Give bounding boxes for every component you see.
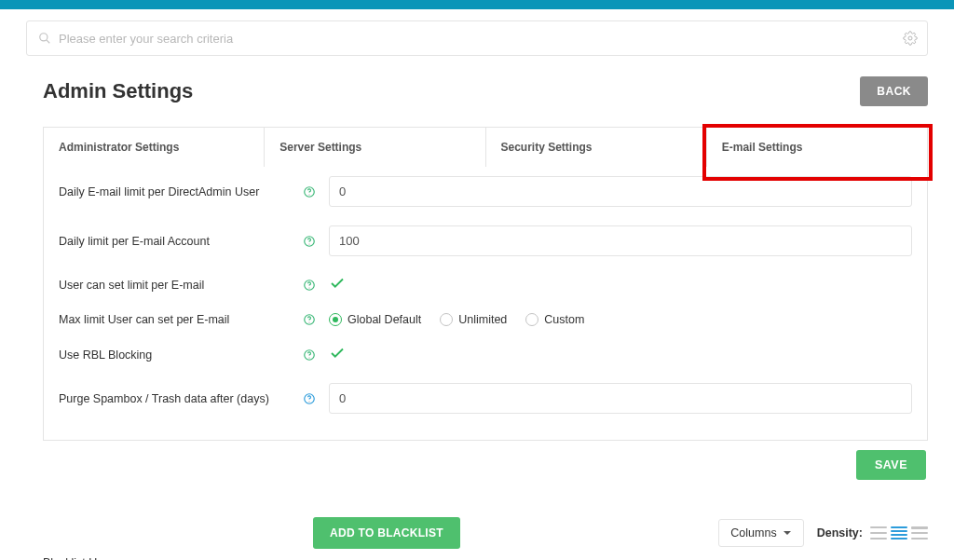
gear-icon	[903, 31, 918, 46]
svg-point-2	[908, 36, 912, 40]
row-purge: Purge Spambox / Trash data after (days)	[44, 374, 927, 423]
search-input[interactable]	[59, 32, 916, 46]
label-text: Daily E-mail limit per DirectAdmin User	[59, 185, 303, 198]
row-daily-limit-account: Daily limit per E-mail Account	[44, 216, 927, 266]
save-row: SAVE	[43, 450, 928, 480]
blacklist-toolbar: ADD TO BLACKLIST Columns Density:	[313, 517, 928, 549]
svg-point-6	[309, 243, 310, 244]
radio-unlimited[interactable]: Unlimited	[440, 313, 507, 326]
tab-label: Administrator Settings	[59, 141, 179, 154]
density-icons	[870, 526, 928, 540]
form-control: Global Default Unlimited Custom	[329, 313, 912, 326]
columns-label: Columns	[730, 526, 776, 540]
form-label: Max limit User can set per E-mail	[59, 313, 329, 326]
daily-limit-user-input[interactable]	[329, 176, 912, 207]
label-text: Use RBL Blocking	[59, 348, 303, 362]
tab-label: Server Settings	[279, 141, 361, 154]
density-cozy-icon[interactable]	[891, 526, 907, 540]
svg-point-4	[309, 194, 310, 195]
svg-point-10	[309, 321, 310, 322]
add-to-blacklist-button[interactable]: ADD TO BLACKLIST	[313, 517, 460, 549]
radio-indicator	[525, 313, 538, 326]
top-accent-bar	[0, 0, 954, 9]
form-label: Daily E-mail limit per DirectAdmin User	[59, 185, 329, 198]
form-control	[329, 225, 912, 256]
tab-administrator-settings[interactable]: Administrator Settings	[44, 128, 265, 167]
density-comfortable-icon[interactable]	[870, 526, 887, 540]
settings-panel: Daily E-mail limit per DirectAdmin User …	[43, 167, 928, 441]
blacklist-section: Blacklist Usernames ADD TO BLACKLIST Col…	[43, 517, 928, 560]
density-compact-icon[interactable]	[911, 526, 928, 540]
form-control	[329, 275, 912, 294]
back-button[interactable]: BACK	[860, 76, 928, 106]
tab-security-settings[interactable]: Security Settings	[486, 128, 707, 167]
search-box	[26, 20, 928, 56]
label-text: Purge Spambox / Trash data after (days)	[59, 392, 303, 405]
daily-limit-account-input[interactable]	[329, 225, 912, 256]
density-selector: Density:	[817, 526, 928, 540]
use-rbl-toggle[interactable]	[329, 350, 346, 364]
search-icon	[38, 32, 51, 45]
form-label: Purge Spambox / Trash data after (days)	[59, 392, 329, 405]
blacklist-left-column: Blacklist Usernames	[43, 517, 313, 560]
density-label: Density:	[817, 526, 863, 540]
help-icon[interactable]	[303, 235, 316, 248]
help-icon[interactable]	[303, 185, 316, 198]
help-icon[interactable]	[303, 348, 316, 362]
form-control	[329, 345, 912, 364]
radio-custom[interactable]: Custom	[525, 313, 584, 326]
help-icon[interactable]	[303, 392, 316, 405]
max-limit-radio-group: Global Default Unlimited Custom	[329, 313, 912, 326]
tab-label: E-mail Settings	[722, 141, 803, 154]
header-row: Admin Settings BACK	[43, 76, 928, 106]
tabs: Administrator Settings Server Settings S…	[43, 127, 928, 167]
tab-server-settings[interactable]: Server Settings	[265, 128, 485, 167]
form-control	[329, 176, 912, 207]
svg-point-8	[309, 287, 310, 288]
row-daily-limit-user: Daily E-mail limit per DirectAdmin User	[44, 167, 927, 216]
tab-email-settings[interactable]: E-mail Settings	[707, 128, 927, 167]
blacklist-section-label: Blacklist Usernames	[43, 556, 313, 560]
help-icon[interactable]	[303, 279, 316, 292]
svg-line-1	[47, 40, 49, 43]
radio-label: Unlimited	[458, 313, 507, 326]
radio-global-default[interactable]: Global Default	[329, 313, 421, 326]
form-label: Use RBL Blocking	[59, 348, 329, 362]
label-text: Max limit User can set per E-mail	[59, 313, 303, 326]
chevron-down-icon	[783, 528, 792, 538]
svg-point-12	[309, 357, 310, 358]
blacklist-right-column: ADD TO BLACKLIST Columns Density:	[313, 517, 928, 560]
tab-label: Security Settings	[501, 141, 593, 154]
blacklist-right-controls: Columns Density:	[718, 519, 928, 547]
label-text: Daily limit per E-mail Account	[59, 235, 303, 248]
radio-indicator	[440, 313, 453, 326]
user-can-set-toggle[interactable]	[329, 280, 346, 294]
radio-label: Custom	[544, 313, 584, 326]
form-label: User can set limit per E-mail	[59, 279, 329, 292]
row-user-can-set: User can set limit per E-mail	[44, 266, 927, 304]
radio-indicator	[329, 313, 342, 326]
row-use-rbl: Use RBL Blocking	[44, 335, 927, 374]
svg-point-0	[40, 34, 48, 41]
page-title: Admin Settings	[43, 79, 193, 103]
radio-label: Global Default	[348, 313, 421, 326]
settings-gear-button[interactable]	[903, 31, 918, 46]
main-container: Admin Settings BACK Administrator Settin…	[0, 56, 954, 560]
form-label: Daily limit per E-mail Account	[59, 235, 329, 248]
save-button[interactable]: SAVE	[856, 450, 926, 480]
columns-dropdown[interactable]: Columns	[718, 519, 803, 547]
help-icon[interactable]	[303, 313, 316, 326]
purge-input[interactable]	[329, 383, 912, 414]
svg-point-14	[309, 401, 310, 402]
row-max-limit: Max limit User can set per E-mail Global…	[44, 304, 927, 335]
form-control	[329, 383, 912, 414]
label-text: User can set limit per E-mail	[59, 279, 303, 292]
search-bar-container	[0, 9, 954, 56]
